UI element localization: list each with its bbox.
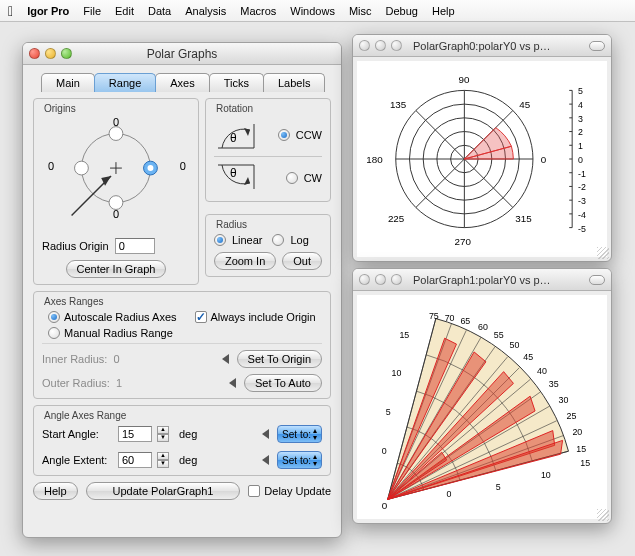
svg-marker-10 bbox=[244, 128, 250, 136]
titlebar[interactable]: PolarGraph1:polarY0 vs po... bbox=[353, 269, 611, 291]
svg-text:55: 55 bbox=[494, 330, 504, 340]
radius-origin-label: Radius Origin bbox=[42, 240, 109, 252]
start-angle-stepper[interactable]: ▲▼ bbox=[157, 426, 169, 442]
help-button[interactable]: Help bbox=[33, 482, 78, 500]
angle-extent-setto-popup[interactable]: Set to:▴▾ bbox=[277, 451, 322, 469]
log-radio[interactable] bbox=[272, 234, 284, 246]
svg-text:5: 5 bbox=[578, 86, 583, 96]
cw-radio[interactable] bbox=[286, 172, 298, 184]
triangle-left-icon bbox=[229, 378, 236, 388]
resize-grip-icon[interactable] bbox=[597, 509, 609, 521]
polargraph1-window: PolarGraph1:polarY0 vs po... bbox=[352, 268, 612, 524]
titlebar[interactable]: Polar Graphs bbox=[23, 43, 341, 65]
toolbar-pill-icon[interactable] bbox=[589, 275, 605, 285]
origin-right-label: 0 bbox=[180, 160, 186, 172]
svg-point-3 bbox=[75, 161, 89, 175]
close-icon[interactable] bbox=[29, 48, 40, 59]
deg-label: deg bbox=[179, 454, 197, 466]
triangle-left-icon bbox=[262, 429, 269, 439]
delay-update-check[interactable] bbox=[248, 485, 260, 497]
svg-text:70: 70 bbox=[445, 313, 455, 323]
set-to-origin-button[interactable]: Set To Origin bbox=[237, 350, 322, 368]
svg-text:135: 135 bbox=[390, 99, 407, 110]
ccw-radio[interactable] bbox=[278, 129, 290, 141]
minimize-icon[interactable] bbox=[45, 48, 56, 59]
start-angle-input[interactable] bbox=[118, 426, 152, 442]
svg-text:15: 15 bbox=[399, 330, 409, 340]
svg-text:35: 35 bbox=[549, 379, 559, 389]
origin-label: 0 bbox=[382, 500, 388, 511]
app-menu[interactable]: Igor Pro bbox=[27, 5, 69, 17]
start-angle-setto-popup[interactable]: Set to:▴▾ bbox=[277, 425, 322, 443]
manual-radius-radio[interactable] bbox=[48, 327, 60, 339]
linear-radio[interactable] bbox=[214, 234, 226, 246]
tab-axes[interactable]: Axes bbox=[155, 73, 209, 92]
apple-menu-icon[interactable]:  bbox=[8, 3, 13, 19]
zoom-in-button[interactable]: Zoom In bbox=[214, 252, 276, 270]
rotation-panel: Rotation θ CCW bbox=[205, 98, 331, 202]
inner-radius-value: 0 bbox=[113, 353, 119, 365]
svg-text:25: 25 bbox=[566, 411, 576, 421]
menu-edit[interactable]: Edit bbox=[115, 5, 134, 17]
toolbar-pill-icon[interactable] bbox=[589, 41, 605, 51]
minimize-icon[interactable] bbox=[375, 40, 386, 51]
tab-ticks[interactable]: Ticks bbox=[209, 73, 264, 92]
origin-top-label: 0 bbox=[113, 116, 119, 128]
angle-axes-range-panel: Angle Axes Range Start Angle: ▲▼ deg Set… bbox=[33, 405, 331, 476]
menu-macros[interactable]: Macros bbox=[240, 5, 276, 17]
menu-windows[interactable]: Windows bbox=[290, 5, 335, 17]
svg-text:45: 45 bbox=[523, 352, 533, 362]
svg-point-1 bbox=[109, 127, 123, 141]
set-to-auto-button[interactable]: Set To Auto bbox=[244, 374, 322, 392]
polar-plot-0[interactable]: 0 45 90 135 180 225 270 315 5 4 3 2 1 0 … bbox=[357, 61, 607, 257]
always-include-origin-check[interactable] bbox=[195, 311, 207, 323]
svg-text:5: 5 bbox=[386, 407, 391, 417]
angle-extent-stepper[interactable]: ▲▼ bbox=[157, 452, 169, 468]
radius-origin-input[interactable] bbox=[115, 238, 155, 254]
svg-text:10: 10 bbox=[541, 470, 551, 480]
zoom-icon[interactable] bbox=[391, 274, 402, 285]
autoscale-radio[interactable] bbox=[48, 311, 60, 323]
resize-grip-icon[interactable] bbox=[597, 247, 609, 259]
angle-axes-range-title: Angle Axes Range bbox=[44, 410, 322, 421]
minimize-icon[interactable] bbox=[375, 274, 386, 285]
svg-text:-5: -5 bbox=[578, 224, 586, 234]
svg-text:-3: -3 bbox=[578, 196, 586, 206]
update-polargraph-button[interactable]: Update PolarGraph1 bbox=[86, 482, 241, 500]
tab-labels[interactable]: Labels bbox=[263, 73, 325, 92]
tab-range[interactable]: Range bbox=[94, 73, 156, 92]
svg-text:50: 50 bbox=[510, 340, 520, 350]
svg-marker-12 bbox=[244, 177, 250, 185]
svg-text:40: 40 bbox=[537, 366, 547, 376]
tab-main[interactable]: Main bbox=[41, 73, 95, 92]
menu-misc[interactable]: Misc bbox=[349, 5, 372, 17]
menu-file[interactable]: File bbox=[83, 5, 101, 17]
svg-point-5 bbox=[148, 165, 154, 171]
close-icon[interactable] bbox=[359, 40, 370, 51]
angle-extent-input[interactable] bbox=[118, 452, 152, 468]
svg-text:0: 0 bbox=[382, 446, 387, 456]
svg-text:-2: -2 bbox=[578, 182, 586, 192]
zoom-icon[interactable] bbox=[61, 48, 72, 59]
menu-help[interactable]: Help bbox=[432, 5, 455, 17]
origin-bottom-label: 0 bbox=[113, 208, 119, 220]
menu-data[interactable]: Data bbox=[148, 5, 171, 17]
svg-text:-4: -4 bbox=[578, 210, 586, 220]
triangle-left-icon bbox=[262, 455, 269, 465]
zoom-out-button[interactable]: Out bbox=[282, 252, 322, 270]
origins-panel: Origins 0 0 bbox=[33, 98, 199, 285]
svg-text:15: 15 bbox=[576, 444, 586, 454]
menu-debug[interactable]: Debug bbox=[386, 5, 418, 17]
titlebar[interactable]: PolarGraph0:polarY0 vs po... bbox=[353, 35, 611, 57]
triangle-left-icon bbox=[222, 354, 229, 364]
log-label: Log bbox=[290, 234, 308, 246]
polar-plot-1[interactable]: 15 20 25 30 35 40 45 50 55 60 65 70 75 1… bbox=[357, 295, 607, 519]
menu-analysis[interactable]: Analysis bbox=[185, 5, 226, 17]
svg-text:20: 20 bbox=[572, 427, 582, 437]
zoom-icon[interactable] bbox=[391, 40, 402, 51]
svg-text:5: 5 bbox=[496, 482, 501, 492]
close-icon[interactable] bbox=[359, 274, 370, 285]
svg-text:65: 65 bbox=[460, 316, 470, 326]
center-in-graph-button[interactable]: Center In Graph bbox=[66, 260, 167, 278]
axes-ranges-panel: Axes Ranges Autoscale Radius Axes Always… bbox=[33, 291, 331, 399]
